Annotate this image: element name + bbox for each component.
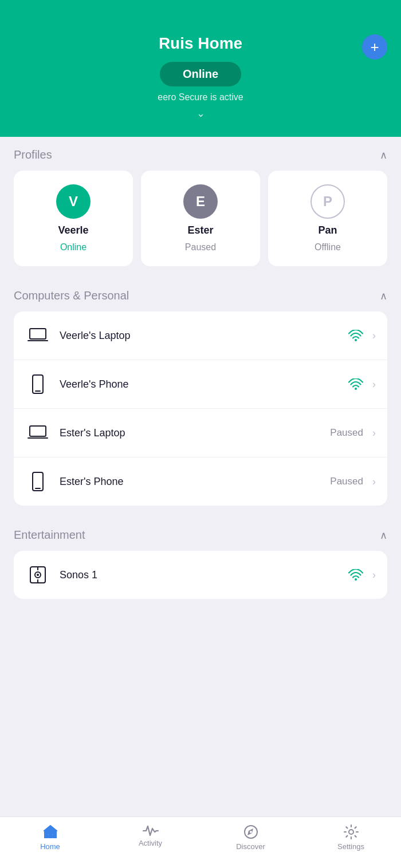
computers-section-title: Computers & Personal xyxy=(14,289,129,302)
wifi-status-veerles-laptop xyxy=(348,330,363,341)
profile-name-ester: Ester xyxy=(187,224,213,236)
profile-card-ester[interactable]: E Ester Paused xyxy=(141,171,260,266)
svg-rect-14 xyxy=(48,834,53,838)
device-row-veerles-phone[interactable]: Veerle's Phone › xyxy=(14,360,387,409)
svg-point-17 xyxy=(250,831,252,833)
profile-card-veerle[interactable]: V Veerle Online xyxy=(14,171,133,266)
nav-item-home[interactable]: Home xyxy=(0,824,100,851)
computers-section: Computers & Personal ∧ Veerle's Laptop xyxy=(0,278,401,506)
svg-point-13 xyxy=(355,578,357,581)
device-name-veerles-phone: Veerle's Phone xyxy=(60,378,339,390)
phone-icon-veerle xyxy=(25,372,50,397)
device-row-sonos[interactable]: Sonos 1 › xyxy=(14,551,387,599)
profile-status-pan: Offline xyxy=(314,242,341,252)
discover-icon xyxy=(243,824,259,840)
svg-point-10 xyxy=(37,574,39,576)
profiles-collapse-icon[interactable]: ∧ xyxy=(380,149,387,161)
computers-devices-card: Veerle's Laptop › Veerle's Phone xyxy=(14,311,387,506)
plus-icon: + xyxy=(370,40,379,54)
header: Ruis Home + Online eero Secure is active… xyxy=(0,0,401,137)
paused-status-esters-laptop: Paused xyxy=(330,427,363,439)
svg-point-4 xyxy=(355,388,357,390)
profile-name-veerle: Veerle xyxy=(58,224,88,236)
paused-status-esters-phone: Paused xyxy=(330,476,363,487)
settings-icon xyxy=(343,824,359,840)
device-row-esters-laptop[interactable]: Ester's Laptop Paused › xyxy=(14,409,387,457)
entertainment-collapse-icon[interactable]: ∧ xyxy=(380,529,387,542)
device-name-esters-laptop: Ester's Laptop xyxy=(60,427,321,439)
home-icon xyxy=(42,824,58,840)
computers-collapse-icon[interactable]: ∧ xyxy=(380,290,387,302)
secure-status-text: eero Secure is active xyxy=(14,92,387,102)
device-name-veerles-laptop: Veerle's Laptop xyxy=(60,330,339,342)
svg-point-1 xyxy=(355,339,357,341)
svg-point-18 xyxy=(349,830,353,834)
laptop-icon xyxy=(25,323,50,348)
online-status-badge[interactable]: Online xyxy=(160,62,241,86)
profiles-section-title: Profiles xyxy=(14,148,52,161)
wifi-status-sonos xyxy=(348,569,363,581)
activity-icon xyxy=(143,824,159,837)
entertainment-section: Entertainment ∧ Sonos 1 xyxy=(0,517,401,599)
profiles-grid: V Veerle Online E Ester Paused P Pan Off… xyxy=(14,171,387,266)
svg-rect-0 xyxy=(30,329,46,339)
nav-item-discover[interactable]: Discover xyxy=(200,824,301,851)
page-title: Ruis Home xyxy=(14,34,387,53)
entertainment-section-title: Entertainment xyxy=(14,528,85,542)
chevron-right-icon: › xyxy=(372,330,376,342)
device-name-sonos: Sonos 1 xyxy=(60,569,339,581)
nav-label-settings: Settings xyxy=(337,842,364,851)
profile-status-ester: Paused xyxy=(185,242,216,252)
avatar-pan: P xyxy=(310,184,345,219)
profile-name-pan: Pan xyxy=(318,224,337,236)
avatar-veerle: V xyxy=(56,184,91,219)
expand-chevron-icon[interactable]: ⌄ xyxy=(14,107,387,120)
bottom-navigation: Home Activity Discover Settings xyxy=(0,816,401,868)
sonos-icon xyxy=(25,562,50,587)
entertainment-devices-card: Sonos 1 › xyxy=(14,551,387,599)
phone-icon-ester xyxy=(25,469,50,494)
profile-card-pan[interactable]: P Pan Offline xyxy=(268,171,387,266)
wifi-status-veerles-phone xyxy=(348,378,363,390)
avatar-ester: E xyxy=(183,184,218,219)
nav-item-activity[interactable]: Activity xyxy=(100,824,200,847)
entertainment-section-header: Entertainment ∧ xyxy=(14,528,387,542)
profiles-section: Profiles ∧ V Veerle Online E Ester Pause… xyxy=(0,137,401,266)
chevron-right-icon-3: › xyxy=(372,427,376,439)
chevron-right-icon-4: › xyxy=(372,476,376,488)
profiles-section-header: Profiles ∧ xyxy=(14,148,387,161)
device-name-esters-phone: Ester's Phone xyxy=(60,476,321,488)
nav-item-settings[interactable]: Settings xyxy=(301,824,401,851)
nav-label-home: Home xyxy=(40,842,60,851)
add-button[interactable]: + xyxy=(362,34,387,60)
chevron-right-icon-2: › xyxy=(372,378,376,390)
nav-label-discover: Discover xyxy=(236,842,265,851)
profile-status-veerle: Online xyxy=(60,242,87,252)
device-row-veerles-laptop[interactable]: Veerle's Laptop › xyxy=(14,311,387,360)
laptop-icon-ester xyxy=(25,420,50,445)
svg-rect-5 xyxy=(30,426,46,436)
computers-section-header: Computers & Personal ∧ xyxy=(14,289,387,302)
nav-label-activity: Activity xyxy=(139,839,162,847)
device-row-esters-phone[interactable]: Ester's Phone Paused › xyxy=(14,457,387,506)
chevron-right-icon-5: › xyxy=(372,569,376,581)
